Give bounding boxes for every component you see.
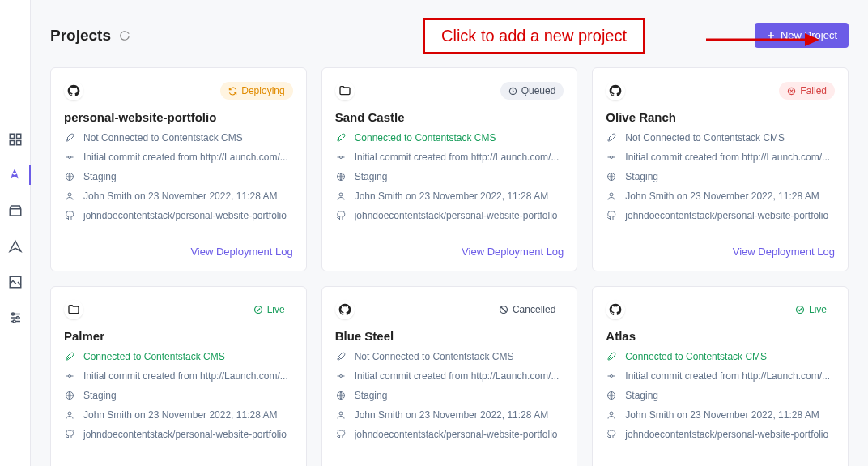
author-text: John Smith on 23 November 2022, 11:28 AM	[83, 190, 277, 202]
author-text: John Smith on 23 November 2022, 11:28 AM	[355, 409, 548, 421]
status-badge: Queued	[500, 82, 564, 100]
commit-icon	[335, 370, 347, 382]
status-icon	[787, 87, 796, 96]
svg-point-33	[69, 375, 71, 378]
globe-icon	[606, 171, 617, 182]
rocket-icon	[335, 351, 347, 362]
refresh-icon[interactable]	[119, 30, 130, 41]
sidebar-item-settings[interactable]	[6, 308, 25, 327]
project-card[interactable]: Live Palmer Connected to Contentstack CM…	[50, 286, 307, 466]
svg-point-10	[13, 320, 15, 323]
svg-point-31	[610, 193, 613, 196]
status-icon	[253, 305, 263, 314]
card-action-link[interactable]: View Deployment Log	[462, 246, 564, 258]
svg-rect-2	[10, 141, 14, 145]
commit-icon	[64, 152, 75, 163]
status-icon	[795, 305, 805, 314]
project-grid: Deploying personal-website-portfolio Not…	[50, 67, 849, 466]
status-label: Cancelled	[513, 304, 555, 315]
env-text: Staging	[355, 171, 388, 182]
user-icon	[64, 409, 75, 421]
author-text: John Smith on 23 November 2022, 11:28 AM	[625, 190, 819, 202]
file-icon	[64, 300, 83, 319]
status-icon	[228, 87, 237, 96]
globe-icon	[335, 390, 347, 401]
sidebar-item-apps[interactable]	[6, 130, 25, 149]
svg-rect-1	[16, 134, 20, 138]
rocket-icon	[64, 351, 75, 362]
status-badge: Live	[787, 301, 835, 319]
user-icon	[606, 190, 617, 202]
connection-label: Not Connected to Contentstack CMS	[83, 132, 243, 143]
annotation-text: Click to add a new project	[441, 27, 627, 45]
repo-text: johndoecontentstack/personal-website-por…	[355, 210, 558, 221]
user-icon	[335, 190, 347, 202]
repo-text: johndoecontentstack/personal-website-por…	[625, 210, 828, 221]
svg-point-15	[69, 156, 71, 159]
repo-text: johndoecontentstack/personal-website-por…	[625, 429, 828, 440]
sidebar-item-assets[interactable]	[6, 272, 25, 292]
globe-icon	[606, 390, 617, 401]
project-card[interactable]: Queued Sand Castle Connected to Contents…	[321, 67, 578, 271]
author-text: John Smith on 23 November 2022, 11:28 AM	[83, 409, 277, 421]
user-icon	[606, 409, 617, 421]
commit-icon	[606, 152, 617, 163]
repo-icon	[606, 429, 617, 440]
repo-text: johndoecontentstack/personal-website-por…	[83, 210, 287, 221]
status-icon	[508, 87, 517, 96]
user-icon	[335, 409, 347, 421]
rocket-icon	[606, 132, 617, 143]
project-title: Sand Castle	[335, 110, 564, 124]
repo-icon	[606, 210, 617, 221]
sidebar-item-automation[interactable]	[6, 237, 25, 256]
svg-point-49	[610, 412, 613, 415]
github-icon	[606, 300, 625, 319]
author-text: John Smith on 23 November 2022, 11:28 AM	[355, 190, 548, 202]
project-card[interactable]: Cancelled Blue Steel Not Connected to Co…	[321, 286, 578, 466]
project-title: Olive Ranch	[606, 110, 835, 124]
commit-text: Initial commit created from http://Launc…	[625, 152, 830, 163]
repo-icon	[64, 210, 75, 221]
commit-text: Initial commit created from http://Launc…	[83, 152, 288, 163]
annotation-arrow-icon	[706, 29, 819, 50]
status-label: Live	[809, 304, 827, 315]
commit-icon	[335, 152, 347, 163]
status-label: Live	[267, 304, 285, 315]
commit-text: Initial commit created from http://Launc…	[83, 370, 288, 382]
status-badge: Deploying	[220, 82, 292, 100]
status-label: Failed	[800, 85, 827, 96]
project-card[interactable]: Live Atlas Connected to Contentstack CMS…	[592, 286, 849, 466]
svg-point-39	[339, 375, 342, 378]
project-card[interactable]: Deploying personal-website-portfolio Not…	[50, 67, 307, 271]
sidebar-item-marketplace[interactable]	[6, 201, 25, 220]
project-title: Palmer	[64, 329, 293, 343]
repo-icon	[335, 210, 347, 221]
svg-point-37	[68, 412, 71, 415]
github-icon	[606, 81, 625, 100]
commit-text: Initial commit created from http://Launc…	[355, 152, 560, 163]
status-label: Queued	[521, 85, 556, 96]
repo-text: johndoecontentstack/personal-website-por…	[83, 429, 287, 440]
env-text: Staging	[355, 390, 388, 401]
card-action-link[interactable]: View Deployment Log	[190, 246, 292, 258]
main: Projects Click to add a new project New …	[31, 0, 868, 466]
file-icon	[335, 81, 355, 100]
env-text: Staging	[83, 171, 117, 182]
env-text: Staging	[83, 390, 117, 401]
repo-icon	[64, 429, 75, 440]
globe-icon	[64, 390, 75, 401]
connection-label: Not Connected to Contentstack CMS	[625, 132, 785, 143]
project-title: Blue Steel	[335, 329, 564, 343]
project-title: Atlas	[606, 329, 835, 343]
connection-label: Not Connected to Contentstack CMS	[355, 351, 514, 362]
svg-point-25	[339, 193, 343, 196]
svg-rect-3	[16, 141, 20, 145]
project-title: personal-website-portfolio	[64, 110, 293, 124]
connection-label: Connected to Contentstack CMS	[83, 351, 225, 362]
card-action-link[interactable]: View Deployment Log	[733, 246, 835, 258]
connection-label: Connected to Contentstack CMS	[355, 132, 496, 143]
project-card[interactable]: Failed Olive Ranch Not Connected to Cont…	[592, 67, 849, 271]
sidebar-item-launch[interactable]	[0, 165, 31, 185]
github-icon	[64, 81, 83, 100]
svg-point-19	[68, 193, 71, 196]
